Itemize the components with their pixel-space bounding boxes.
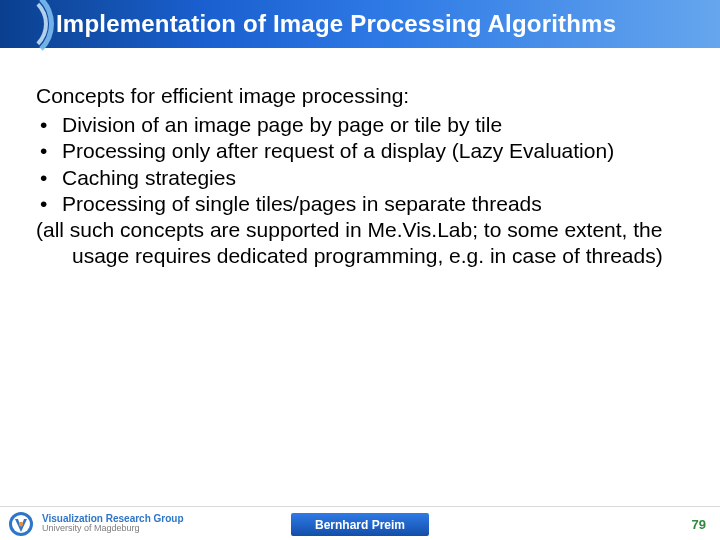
footer: Visualization Research Group University … <box>0 506 720 540</box>
bullet-item: Division of an image page by page or til… <box>36 112 688 138</box>
page-number: 79 <box>692 517 706 532</box>
bullet-list: Division of an image page by page or til… <box>36 112 688 217</box>
bullet-item: Processing only after request of a displ… <box>36 138 688 164</box>
note-line-2: usage requires dedicated programming, e.… <box>36 243 688 269</box>
svg-point-2 <box>19 521 23 525</box>
slide: Implementation of Image Processing Algor… <box>0 0 720 540</box>
vis-logo-icon <box>6 510 36 538</box>
note-line-1: (all such concepts are supported in Me.V… <box>36 218 662 241</box>
note-text: (all such concepts are supported in Me.V… <box>36 217 688 270</box>
footer-logo: Visualization Research Group University … <box>6 510 184 538</box>
lead-text: Concepts for efficient image processing: <box>36 84 688 108</box>
bullet-item: Processing of single tiles/pages in sepa… <box>36 191 688 217</box>
title-bar: Implementation of Image Processing Algor… <box>0 0 720 48</box>
footer-author: Bernhard Preim <box>291 513 429 536</box>
footer-logo-line2: University of Magdeburg <box>42 524 184 533</box>
slide-title: Implementation of Image Processing Algor… <box>56 10 616 38</box>
footer-logo-text: Visualization Research Group University … <box>42 514 184 534</box>
bullet-item: Caching strategies <box>36 165 688 191</box>
slide-body: Concepts for efficient image processing:… <box>0 48 720 270</box>
